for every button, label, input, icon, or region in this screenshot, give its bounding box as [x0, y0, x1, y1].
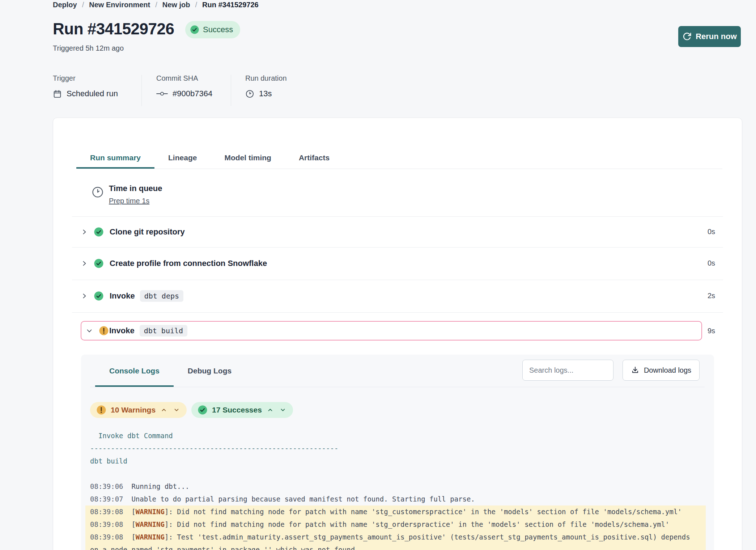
tab-artifacts[interactable]: Artifacts — [285, 148, 343, 169]
chevron-right-icon[interactable] — [81, 228, 88, 236]
log-panel: Console Logs Debug Logs Download logs 10… — [81, 355, 714, 550]
rerun-now-button[interactable]: Rerun now — [678, 26, 741, 47]
chevron-down-icon[interactable] — [86, 327, 93, 334]
step-name: Clone git repository — [110, 227, 185, 237]
refresh-icon — [682, 32, 692, 41]
log-lines: Invoke dbt Command----------------------… — [90, 430, 695, 550]
log-line: 08:39:08 [WARNING]: Did not find matchin… — [85, 505, 706, 518]
queue-clock-icon — [92, 186, 104, 198]
meta-commit: Commit SHA #900b7364 — [156, 74, 212, 98]
tab-console-logs[interactable]: Console Logs — [95, 355, 174, 387]
log-message: Running dbt... — [131, 482, 189, 490]
successes-prev-chevron-up-icon[interactable] — [266, 407, 275, 413]
commit-value: #900b7364 — [173, 89, 212, 98]
log-message: Unable to do partial parsing because sav… — [131, 495, 475, 503]
meta-trigger: Trigger Scheduled run — [53, 74, 118, 98]
step-name: Invoke — [109, 326, 135, 335]
trigger-label: Trigger — [53, 74, 118, 82]
calendar-icon — [53, 89, 62, 98]
status-badge-label: Success — [203, 25, 233, 34]
tab-model-timing[interactable]: Model timing — [211, 148, 285, 169]
chevron-right-icon[interactable] — [81, 292, 88, 300]
meta-divider — [141, 75, 142, 106]
step-name: Create profile from connection Snowflake — [110, 259, 267, 268]
step-duration: 0s — [708, 228, 715, 236]
log-timestamp: 08:39:07 — [90, 495, 123, 503]
breadcrumb-deploy[interactable]: Deploy — [53, 1, 77, 9]
log-line: ----------------------------------------… — [90, 442, 695, 455]
log-message: [WARNING]: Test 'test.admin_maturity.ass… — [90, 533, 694, 550]
warnings-next-chevron-down-icon[interactable] — [172, 407, 181, 413]
triggered-timestamp: Triggered 5h 12m ago — [53, 44, 124, 52]
step-command-pill: dbt deps — [140, 290, 183, 302]
download-logs-label: Download logs — [644, 366, 691, 375]
successes-next-chevron-down-icon[interactable] — [279, 407, 287, 413]
breadcrumb-current-run: Run #341529726 — [202, 1, 259, 9]
log-timestamp: 08:39:06 — [90, 482, 123, 490]
log-line: 08:39:06 Running dbt... — [90, 480, 695, 493]
success-check-icon — [93, 227, 104, 237]
step-row-invoke-dbt-deps[interactable]: Invoke dbt deps — [72, 280, 723, 312]
log-line: dbt build — [90, 455, 695, 468]
meta-duration: Run duration 13s — [245, 74, 287, 98]
step-name: Invoke — [110, 291, 135, 301]
clock-icon — [245, 89, 254, 98]
breadcrumb: Deploy / New Environment / New job / Run… — [53, 1, 259, 9]
log-line: 08:39:08 [WARNING]: Test 'test.admin_mat… — [85, 531, 706, 550]
log-line: 08:39:08 [WARNING]: Did not find matchin… — [85, 518, 706, 531]
log-line: Invoke dbt Command — [90, 430, 695, 442]
success-check-icon — [93, 258, 104, 269]
log-timestamp: 08:39:08 — [90, 508, 123, 516]
status-badge: Success — [185, 21, 240, 38]
log-timestamp: 08:39:08 — [90, 533, 123, 541]
commit-label: Commit SHA — [156, 74, 212, 82]
warnings-filter-badge[interactable]: 10 Warnings — [90, 402, 187, 418]
queue-title: Time in queue — [109, 184, 162, 193]
tab-run-summary[interactable]: Run summary — [76, 148, 154, 169]
warning-label: WARNING — [136, 533, 165, 541]
log-message: [WARNING]: Did not find matching node fo… — [131, 508, 681, 516]
breadcrumb-new-job[interactable]: New job — [162, 1, 190, 9]
warning-icon — [96, 405, 107, 415]
step-duration: 0s — [708, 259, 715, 267]
page-title: Run #341529726 — [53, 18, 174, 40]
commit-icon — [156, 91, 168, 97]
log-line: 08:39:07 Unable to do partial parsing be… — [90, 493, 695, 505]
step-duration: 9s — [708, 327, 715, 335]
meta-divider — [231, 75, 231, 106]
log-filter-badges: 10 Warnings 17 Successes — [90, 402, 293, 418]
log-message: [WARNING]: Did not find matching node fo… — [131, 520, 669, 528]
run-tabs: Run summary Lineage Model timing Artifac… — [76, 148, 722, 169]
warning-label: WARNING — [136, 508, 165, 516]
warnings-count: 10 Warnings — [111, 406, 156, 414]
success-check-icon — [93, 291, 104, 301]
log-line — [90, 468, 695, 480]
trigger-value: Scheduled run — [67, 89, 118, 98]
breadcrumb-separator: / — [155, 1, 157, 9]
success-check-icon — [197, 405, 208, 415]
duration-value: 13s — [259, 89, 272, 98]
breadcrumb-new-environment[interactable]: New Environment — [89, 1, 150, 9]
tab-lineage[interactable]: Lineage — [154, 148, 211, 169]
warnings-prev-chevron-up-icon[interactable] — [160, 407, 168, 413]
row-divider — [72, 312, 723, 313]
warning-icon — [98, 325, 109, 336]
log-timestamp: 08:39:08 — [90, 520, 123, 528]
chevron-right-icon[interactable] — [81, 260, 88, 267]
rerun-now-label: Rerun now — [696, 32, 737, 41]
run-summary-card: Run summary Lineage Model timing Artifac… — [53, 118, 742, 550]
tab-debug-logs[interactable]: Debug Logs — [174, 355, 246, 387]
download-icon — [631, 366, 640, 375]
step-row-clone-git-repository[interactable]: Clone git repository — [72, 216, 723, 247]
warning-label: WARNING — [136, 520, 165, 528]
download-logs-button[interactable]: Download logs — [623, 360, 700, 381]
successes-filter-badge[interactable]: 17 Successes — [191, 402, 293, 418]
success-check-icon — [190, 25, 200, 35]
step-row-invoke-dbt-build-selected[interactable]: Invoke dbt build — [81, 321, 702, 340]
successes-count: 17 Successes — [212, 406, 262, 414]
step-row-create-profile[interactable]: Create profile from connection Snowflake — [72, 247, 723, 280]
breadcrumb-separator: / — [195, 1, 197, 9]
duration-label: Run duration — [245, 74, 287, 82]
search-logs-input[interactable] — [522, 360, 613, 381]
prep-time-link[interactable]: Prep time 1s — [109, 197, 149, 205]
